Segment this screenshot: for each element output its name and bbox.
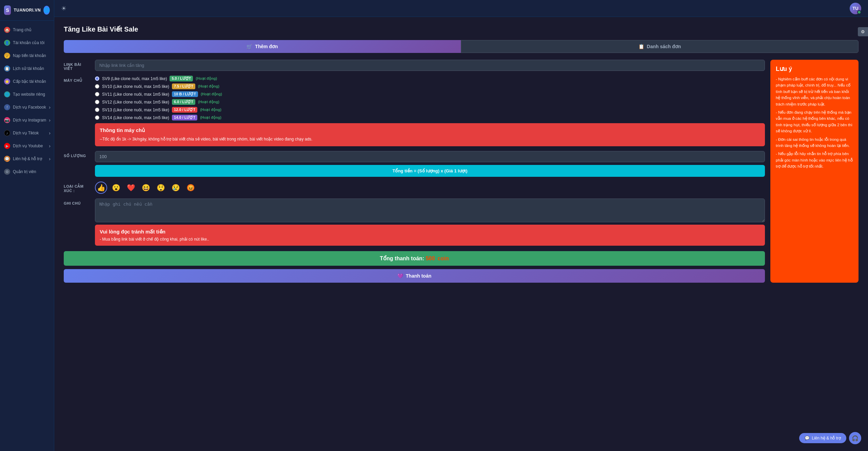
- server-item-sv14[interactable]: SV14 (Like clone nuôi, max 1m5 like) 14.…: [95, 115, 765, 120]
- quantity-row: SỐ LƯỢNG Tổng tiền = (Số lượng) x (Giá 1…: [64, 151, 765, 177]
- total-formula: Tổng tiền = (Số lượng) x (Giá 1 lượt): [95, 165, 765, 177]
- server-radio-sv14[interactable]: [95, 115, 99, 120]
- nav-icon-topup: 💰: [4, 53, 10, 59]
- server-radio-sv13[interactable]: [95, 108, 99, 112]
- server-price-sv14: 14.0 / LƯỢT: [172, 115, 197, 120]
- support-icon: 💬: [805, 436, 810, 440]
- nav-icon-home: 🏠: [4, 27, 10, 33]
- page-title: Tăng Like Bài Viết Sale: [64, 25, 859, 33]
- sidebar-item-facebook[interactable]: f Dịch vụ Facebook: [0, 101, 54, 114]
- sidebar-item-level[interactable]: ⭐ Cấp bậc tài khoản: [0, 75, 54, 88]
- server-item-sv12[interactable]: SV12 (Like clone nuôi, max 1m5 like) 6.0…: [95, 99, 765, 105]
- server-price-sv9: 5.0 / LƯỢT: [170, 76, 193, 81]
- server-name-sv10: SV10 (Like clone nuôi, max 1m5 like): [102, 84, 169, 89]
- server-info-title: Thông tin máy chủ: [100, 127, 760, 133]
- server-item-sv11[interactable]: SV11 (Like clone nuôi, max 1m5 like) 10 …: [95, 91, 765, 97]
- nav-label-tiktok: Dịch vụ Tiktok: [13, 131, 39, 135]
- pay-button[interactable]: 💜 Thanh toán: [64, 269, 765, 283]
- emotion-btn-2[interactable]: ❤️: [125, 182, 137, 194]
- pay-icon: 💜: [397, 273, 403, 279]
- nav-icon-history: 📋: [4, 65, 10, 72]
- sidebar-item-my-account[interactable]: 👤 Tài khoản của tôi: [0, 36, 54, 49]
- form-left: LINK BÀI VIẾT MÁY CHỦ SV9 (Like clone nu…: [64, 60, 765, 283]
- nav-icon-admin: ⚙: [4, 169, 10, 175]
- server-status-sv14: (Hoạt động): [200, 115, 221, 120]
- server-price-sv11: 10 B / LƯỢT: [172, 91, 198, 97]
- list-icon: 📋: [638, 44, 644, 49]
- emotion-btn-3[interactable]: 😆: [140, 182, 152, 194]
- nav-icon-instagram: 📷: [4, 117, 10, 123]
- link-control: [95, 60, 765, 71]
- sidebar-item-support[interactable]: 💬 Liên hệ & hỗ trợ: [0, 152, 54, 165]
- server-status-sv9: (Hoạt động): [196, 76, 217, 81]
- server-price-sv12: 6.0 / LƯỢT: [172, 99, 195, 105]
- nav-icon-tiktok: ♪: [4, 130, 10, 136]
- sidebar-item-website[interactable]: 🌐 Tạo website riêng: [0, 88, 54, 101]
- server-row: MÁY CHỦ SV9 (Like clone nuôi, max 1m5 li…: [64, 76, 765, 146]
- settings-panel[interactable]: ⚙: [858, 27, 868, 36]
- server-name-sv11: SV11 (Like clone nuôi, max 1m5 like): [102, 92, 169, 97]
- server-name-sv13: SV13 (Like clone nuôi, max 1m5 like): [102, 108, 169, 112]
- link-input[interactable]: [95, 60, 765, 71]
- tab-add-order[interactable]: 🛒 Thêm đơn: [64, 40, 461, 53]
- server-list: SV9 (Like clone nuôi, max 1m5 like) 5.0 …: [95, 76, 765, 120]
- nav-label-facebook: Dịch vụ Facebook: [13, 105, 46, 110]
- support-button[interactable]: 💬 Liên hệ & hỗ trợ: [799, 433, 846, 443]
- payment-amount: 500 coin: [426, 256, 449, 261]
- warning-box: Vui lòng đọc tránh mất tiền - Mua bằng l…: [95, 225, 765, 246]
- note-input[interactable]: [95, 199, 765, 222]
- nav-label-my-account: Tài khoản của tôi: [13, 40, 44, 45]
- add-icon: 🛒: [246, 44, 252, 49]
- sidebar-item-youtube[interactable]: ▶ Dịch vụ Youtube: [0, 139, 54, 152]
- server-info-text: --Tốc độ ổn 1k -> 3k/ngày, không hỗ trợ …: [100, 136, 760, 142]
- server-item-sv13[interactable]: SV13 (Like clone nuôi, max 1m5 like) 12.…: [95, 107, 765, 113]
- server-radio-sv10[interactable]: [95, 84, 99, 89]
- server-radio-sv11[interactable]: [95, 92, 99, 96]
- server-name-sv14: SV14 (Like clone nuôi, max 1m5 like): [102, 115, 169, 120]
- notice-line-1: - Nếu đơn đang chạy trên hệ thống mà bạn…: [776, 109, 853, 134]
- link-row: LINK BÀI VIẾT: [64, 60, 765, 71]
- payment-bar: Tổng thanh toán: 500 coin: [64, 251, 765, 266]
- tab-order-list[interactable]: 📋 Danh sách đơn: [461, 40, 859, 53]
- sidebar-item-history[interactable]: 📋 Lịch sử tài khoản: [0, 62, 54, 75]
- server-item-sv9[interactable]: SV9 (Like clone nuôi, max 1m5 like) 5.0 …: [95, 76, 765, 81]
- notice-title: Lưu ý: [776, 65, 853, 73]
- warning-text: - Mua bằng link bài viết ở chế độ công k…: [100, 237, 760, 242]
- nav-icon-youtube: ▶: [4, 143, 10, 149]
- sidebar-item-topup[interactable]: 💰 Nạp tiền tài khoản: [0, 49, 54, 62]
- sidebar-item-instagram[interactable]: 📷 Dịch vụ Instagram: [0, 114, 54, 127]
- emotion-btn-6[interactable]: 😡: [184, 182, 197, 194]
- emotion-btn-4[interactable]: 😲: [155, 182, 167, 194]
- nav-icon-my-account: 👤: [4, 40, 10, 46]
- bottom-right: 💬 Liên hệ & hỗ trợ 🎧: [799, 432, 861, 444]
- headphone-button[interactable]: 🎧: [849, 432, 861, 444]
- server-item-sv10[interactable]: SV10 (Like clone nuôi, max 1m5 like) 7.5…: [95, 83, 765, 89]
- quantity-input[interactable]: [95, 151, 765, 162]
- emotion-btn-5[interactable]: 😢: [170, 182, 182, 194]
- form-main: LINK BÀI VIẾT MÁY CHỦ SV9 (Like clone nu…: [64, 60, 859, 283]
- server-radio-sv9[interactable]: [95, 76, 99, 81]
- nav-label-admin: Quản trị viên: [13, 169, 36, 174]
- globe-icon[interactable]: 🌐: [43, 6, 50, 15]
- note-label: GHI CHÚ: [64, 199, 91, 205]
- sidebar-nav: 🏠 Trang chủ 👤 Tài khoản của tôi 💰 Nạp ti…: [0, 21, 54, 451]
- quantity-label: SỐ LƯỢNG: [64, 151, 91, 158]
- avatar[interactable]: TU: [850, 3, 861, 14]
- emoji-row: 👍😮❤️😆😲😢😡: [95, 182, 765, 194]
- link-label: LINK BÀI VIẾT: [64, 60, 91, 71]
- emotion-btn-0[interactable]: 👍: [95, 182, 107, 194]
- server-info-box: Thông tin máy chủ --Tốc độ ổn 1k -> 3k/n…: [95, 123, 765, 146]
- nav-label-support: Liên hệ & hỗ trợ: [13, 156, 42, 161]
- sidebar-item-home[interactable]: 🏠 Trang chủ: [0, 23, 54, 36]
- nav-label-topup: Nạp tiền tài khoản: [13, 53, 46, 58]
- nav-label-website: Tạo website riêng: [13, 92, 45, 97]
- sidebar-item-tiktok[interactable]: ♪ Dịch vụ Tiktok: [0, 127, 54, 139]
- sidebar-item-admin[interactable]: ⚙ Quản trị viên: [0, 165, 54, 178]
- nav-label-home: Trang chủ: [13, 27, 32, 32]
- server-radio-sv12[interactable]: [95, 100, 99, 104]
- emotion-btn-1[interactable]: 😮: [110, 182, 122, 194]
- sun-icon[interactable]: ☀: [61, 5, 66, 12]
- emotion-row: LOẠI CẢM XÚC : 👍😮❤️😆😲😢😡: [64, 182, 765, 194]
- headphone-icon: 🎧: [852, 435, 859, 441]
- nav-icon-facebook: f: [4, 104, 10, 110]
